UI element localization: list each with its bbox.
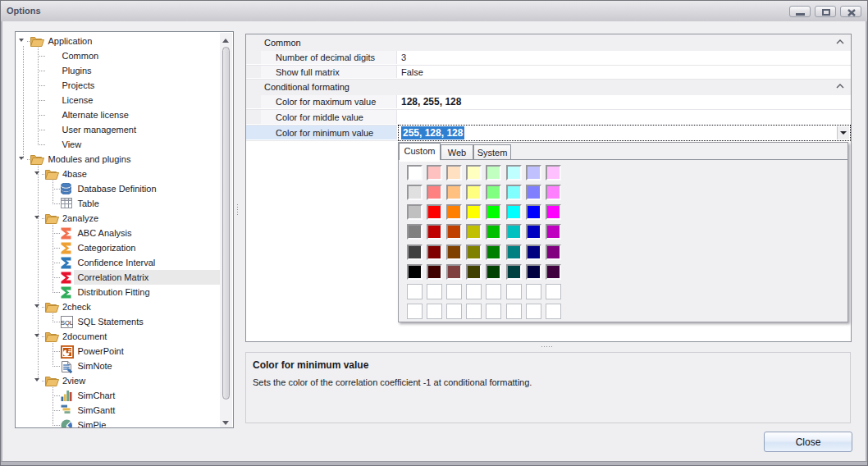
svg-text:SQL: SQL bbox=[61, 318, 73, 326]
